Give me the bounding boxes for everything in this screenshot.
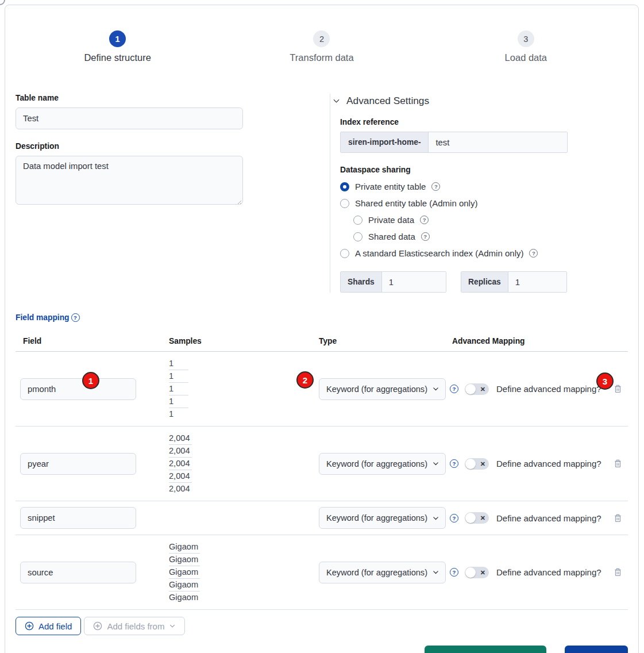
table-row-source: Gigaom Gigaom Gigaom Gigaom Gigaom Keywo… <box>16 535 628 610</box>
replicas-label: Replicas <box>461 272 508 292</box>
radio-private-data[interactable]: Private data <box>353 215 568 225</box>
advanced-mapping-toggle[interactable] <box>465 512 489 524</box>
next-button[interactable]: Next <box>565 646 628 653</box>
index-prefix: siren-import-home- <box>341 132 429 152</box>
field-name-input[interactable] <box>20 562 136 583</box>
shards-field: Shards <box>340 271 446 293</box>
step-define-structure[interactable]: 1 Define structure <box>16 30 219 63</box>
samples-list: Gigaom Gigaom Gigaom Gigaom Gigaom <box>169 541 319 604</box>
table-name-input[interactable] <box>16 107 243 129</box>
description-label: Description <box>16 142 243 151</box>
table-row-pmonth: 1 1 1 1 1 Keyword (for aggregations) Def… <box>16 352 628 427</box>
advanced-settings-title: Advanced Settings <box>346 95 429 107</box>
table-row-snippet: Keyword (for aggregations) Define advanc… <box>16 501 628 535</box>
radio-icon[interactable] <box>353 232 363 241</box>
cancel-button[interactable]: Cancel <box>377 651 406 653</box>
plus-circle-icon <box>25 621 34 631</box>
advanced-mapping-toggle[interactable] <box>465 458 489 470</box>
help-icon[interactable] <box>420 216 429 224</box>
radio-shared-entity-table[interactable]: Shared entity table (Admin only) <box>340 198 568 208</box>
annotation-circle-1: 1 <box>82 372 99 389</box>
replicas-field: Replicas <box>461 271 567 293</box>
column-header-advanced-mapping: Advanced Mapping <box>452 337 628 345</box>
table-row-pyear: 2,004 2,004 2,004 2,004 2,004 Keyword (f… <box>16 427 628 501</box>
index-reference-label: Index reference <box>340 118 568 126</box>
radio-shared-data[interactable]: Shared data <box>353 232 568 241</box>
trash-icon <box>613 384 623 394</box>
advanced-settings-accordion: Advanced Settings Index reference siren-… <box>330 94 568 293</box>
help-icon[interactable] <box>529 249 538 258</box>
advanced-mapping-toggle[interactable] <box>465 567 489 578</box>
chevron-down-icon <box>432 460 439 467</box>
field-mapping-title: Field mapping <box>16 313 70 322</box>
plus-circle-icon <box>93 621 102 631</box>
advanced-settings-header[interactable]: Advanced Settings <box>332 94 568 107</box>
wizard-stepper: 1 Define structure 2 Transform data 3 Lo… <box>16 30 628 63</box>
field-name-input[interactable] <box>20 507 136 529</box>
delete-field-button[interactable] <box>613 513 623 523</box>
advanced-mapping-toggle[interactable] <box>465 383 489 395</box>
type-select[interactable]: Keyword (for aggregations) <box>319 562 446 583</box>
create-structure-only-button[interactable]: Create structure only <box>425 646 546 653</box>
add-fields-from-button[interactable]: Add fields from <box>84 617 185 635</box>
trash-icon <box>613 459 623 468</box>
field-mapping-table: Field Samples Type Advanced Mapping 1 1 … <box>16 337 628 610</box>
shards-input[interactable] <box>382 272 446 292</box>
step-3-label: Load data <box>505 52 547 63</box>
trash-icon <box>613 567 623 577</box>
radio-icon[interactable] <box>340 249 349 258</box>
field-mapping-header-row: Field Samples Type Advanced Mapping <box>16 337 628 352</box>
replicas-input[interactable] <box>508 272 566 292</box>
trash-icon <box>613 513 623 523</box>
column-header-field: Field <box>16 337 169 345</box>
radio-icon[interactable] <box>340 199 349 208</box>
delete-field-button[interactable] <box>613 384 623 394</box>
step-3-circle[interactable]: 3 <box>518 30 534 47</box>
radio-selected-icon[interactable] <box>340 182 349 191</box>
chevron-down-icon <box>432 514 439 522</box>
radio-standard-elasticsearch-index[interactable]: A standard Elasticsearch index (Admin on… <box>340 248 568 258</box>
samples-list: 1 1 1 1 1 <box>169 358 319 420</box>
step-1-circle[interactable]: 1 <box>109 30 126 47</box>
help-icon[interactable] <box>421 232 430 241</box>
import-wizard-panel: 1 Define structure 2 Transform data 3 Lo… <box>5 5 639 653</box>
index-reference-field: siren-import-home- <box>340 132 568 153</box>
chevron-down-icon <box>432 385 439 393</box>
step-transform-data[interactable]: 2 Transform data <box>219 30 423 63</box>
radio-private-entity-table[interactable]: Private entity table <box>340 182 568 191</box>
field-name-input[interactable] <box>20 378 136 400</box>
help-icon[interactable] <box>431 182 440 191</box>
shards-label: Shards <box>341 272 382 292</box>
radio-icon[interactable] <box>353 216 363 225</box>
index-name-input[interactable] <box>429 132 567 152</box>
delete-field-button[interactable] <box>613 459 623 468</box>
chevron-down-icon <box>432 569 439 576</box>
annotation-circle-2: 2 <box>296 371 314 389</box>
annotation-circle-3: 3 <box>596 372 614 390</box>
step-2-circle[interactable]: 2 <box>313 30 330 47</box>
dataspace-sharing-label: Dataspace sharing <box>340 166 568 174</box>
chevron-down-icon <box>169 623 176 629</box>
field-name-input[interactable] <box>20 453 136 475</box>
step-2-label: Transform data <box>290 52 353 63</box>
table-name-label: Table name <box>16 94 243 102</box>
column-header-type: Type <box>319 337 452 345</box>
type-select[interactable]: Keyword (for aggregations) <box>319 507 446 529</box>
field-mapping-help-icon[interactable] <box>71 313 80 322</box>
samples-list: 2,004 2,004 2,004 2,004 2,004 <box>169 432 319 495</box>
step-1-label: Define structure <box>84 52 151 63</box>
chevron-down-icon <box>332 97 341 105</box>
type-select[interactable]: Keyword (for aggregations) <box>319 378 446 400</box>
delete-field-button[interactable] <box>613 567 623 577</box>
column-header-samples: Samples <box>169 337 319 345</box>
step-load-data[interactable]: 3 Load data <box>424 30 628 63</box>
description-textarea[interactable]: Data model import test <box>16 156 243 205</box>
add-field-button[interactable]: Add field <box>16 617 81 635</box>
page-corner-artifact <box>0 0 5 5</box>
type-select[interactable]: Keyword (for aggregations) <box>319 453 446 475</box>
